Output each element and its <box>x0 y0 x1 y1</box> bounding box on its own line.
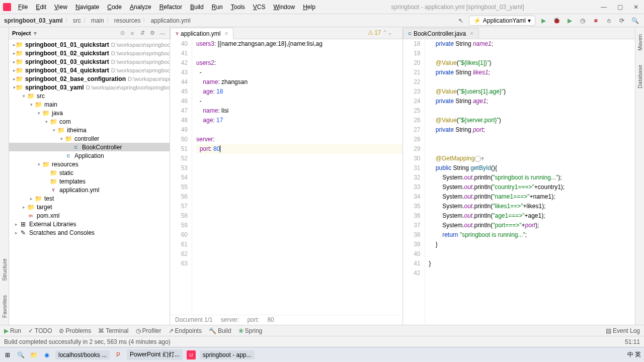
tree-node-src[interactable]: ▾📁src <box>9 92 170 100</box>
tree-node-external-libraries[interactable]: ▸⊞External Libraries <box>9 220 170 228</box>
close-tab-icon[interactable]: × <box>224 30 228 37</box>
build-tool-tab[interactable]: 🔨Build <box>209 327 231 334</box>
tree-node-bookcontroller[interactable]: CBookController <box>9 143 170 151</box>
spring-tool-tab[interactable]: ❀Spring <box>238 327 263 334</box>
taskbar-powerpoint-window[interactable]: PowerPoint 幻灯... <box>127 349 183 360</box>
update-button[interactable]: ⟳ <box>617 16 627 26</box>
maven-tool-button[interactable]: Maven <box>637 32 643 53</box>
run-tool-tab[interactable]: ▶Run <box>4 327 21 334</box>
project-tool-title[interactable]: Project <box>12 30 31 36</box>
todo-tool-tab[interactable]: ✓TODO <box>28 327 52 334</box>
settings-gear-icon[interactable]: ⚙ <box>148 29 156 37</box>
stop-button[interactable]: ■ <box>591 16 601 26</box>
tree-node-springboot-01-02-quickstart[interactable]: ▸📁springboot_01_02_quickstartD:\workspac… <box>9 49 170 57</box>
attach-button[interactable]: ⎋ <box>604 16 614 26</box>
menu-run[interactable]: Run <box>208 2 227 13</box>
tree-node-application[interactable]: CApplication <box>9 151 170 160</box>
inspection-warnings-indicator[interactable]: ⚠ 17 ⌃⌄ <box>368 29 392 36</box>
menu-refactor[interactable]: Refactor <box>155 2 186 13</box>
breadcrumb-segment[interactable]: main <box>91 17 104 24</box>
menu-analyze[interactable]: Analyze <box>126 2 155 13</box>
menu-build[interactable]: Build <box>186 2 208 13</box>
right-line-gutter[interactable]: 1819202122232425262728293031323334353637… <box>403 39 425 325</box>
menu-view[interactable]: View <box>50 2 71 13</box>
right-code-area[interactable]: private String name1; @Value("${likes[1]… <box>425 39 635 325</box>
event-log-tab[interactable]: ▤Event Log <box>606 327 640 334</box>
breadcrumb-segment[interactable]: resources <box>114 17 141 24</box>
minimize-button[interactable]: — <box>596 0 612 14</box>
breadcrumb-segment[interactable]: springboot_03_yaml <box>4 17 63 24</box>
close-window-button[interactable]: ✕ <box>628 0 644 14</box>
close-tab-icon[interactable]: × <box>470 30 473 37</box>
crumb-server[interactable]: server: <box>221 316 239 324</box>
tree-node-com[interactable]: ▾📁com <box>9 117 170 126</box>
menu-navigate[interactable]: Navigate <box>71 2 103 13</box>
menu-file[interactable]: File <box>14 2 32 13</box>
menu-window[interactable]: Window <box>269 2 299 13</box>
breadcrumb-segment[interactable]: src <box>73 17 81 24</box>
tree-node-springboot-02-base-configuration[interactable]: ▸📁springboot_02_base_configurationD:\wor… <box>9 74 170 83</box>
tree-node-springboot-03-yaml[interactable]: ▾📁springboot_03_yamlD:\workspace\springb… <box>9 83 170 92</box>
tree-node-springboot-01-01-quickstart[interactable]: ▸📁springboot_01_01_quickstartD:\workspac… <box>9 40 170 49</box>
tree-node-static[interactable]: 📁static <box>9 168 170 177</box>
tree-node-main[interactable]: ▾📁main <box>9 100 170 109</box>
tree-node-target[interactable]: ▸📁target <box>9 203 170 211</box>
search-everywhere-icon[interactable]: 🔍 <box>630 16 640 26</box>
run-button[interactable]: ▶ <box>538 16 548 26</box>
structure-tool-button[interactable]: Structure <box>2 256 8 283</box>
debug-button[interactable]: 🐞 <box>551 16 561 26</box>
collapse-all-icon[interactable]: ⇵ <box>138 29 146 37</box>
crumb-port[interactable]: port: <box>247 316 259 324</box>
select-opened-icon[interactable]: ⊙ <box>118 29 126 37</box>
caret-position[interactable]: 51:11 <box>625 338 640 345</box>
tree-node-test[interactable]: ▸📁test <box>9 194 170 203</box>
left-code-area[interactable]: users3: [{name:zhangsan,age:18},{name:li… <box>192 39 403 315</box>
menu-edit[interactable]: Edit <box>32 2 50 13</box>
profiler-tool-tab[interactable]: ◷Profiler <box>136 327 162 334</box>
start-button[interactable]: ⊞ <box>3 350 12 359</box>
breadcrumb-segment[interactable]: application.yml <box>150 17 190 24</box>
tree-node-springboot-01-04-quickstart[interactable]: ▸📁springboot_01_04_quickstartD:\workspac… <box>9 66 170 74</box>
problems-tool-tab[interactable]: ⊘Problems <box>59 327 91 334</box>
explorer-icon[interactable]: 📁 <box>29 350 38 359</box>
chevron-down-icon[interactable]: ▾ <box>34 30 37 37</box>
browser-icon[interactable]: ◉ <box>42 350 51 359</box>
tree-node-scratches-and-consoles[interactable]: ▸✎Scratches and Consoles <box>9 228 170 237</box>
coverage-button[interactable]: ▶ <box>565 16 575 26</box>
tab-application-yml[interactable]: Y application.yml × <box>170 28 233 39</box>
tree-node-resources[interactable]: ▾📁resources <box>9 160 170 168</box>
menu-tools[interactable]: Tools <box>227 2 249 13</box>
project-tree[interactable]: ▸📁springboot_01_01_quickstartD:\workspac… <box>9 39 170 325</box>
endpoints-tool-tab[interactable]: ↗Endpoints <box>169 327 202 334</box>
tab-label: application.yml <box>181 30 220 37</box>
terminal-tool-tab[interactable]: ⌘Terminal <box>98 327 128 334</box>
taskbar-ide-window[interactable]: springboot - app... <box>200 350 255 359</box>
taskbar-browser-window[interactable]: localhost/books ... <box>55 350 110 359</box>
maximize-button[interactable]: ▢ <box>612 0 628 14</box>
profiler-button[interactable]: ◷ <box>578 16 588 26</box>
chevron-down-icon: ▾ <box>528 17 531 24</box>
menu-vcs[interactable]: VCS <box>249 2 270 13</box>
tab-bookcontroller-java[interactable]: C BookController.java × <box>403 28 479 39</box>
tree-node-itheima[interactable]: ▾📁itheima <box>9 126 170 134</box>
tree-node-templates[interactable]: 📁templates <box>9 177 170 186</box>
intellij-icon[interactable]: IJ <box>187 350 196 359</box>
powerpoint-icon[interactable]: P <box>114 350 123 359</box>
expand-all-icon[interactable]: ≡ <box>128 29 136 37</box>
tree-node-application-yml[interactable]: Yapplication.yml <box>9 186 170 194</box>
hide-icon[interactable]: — <box>158 29 167 37</box>
back-arrow-icon[interactable]: ↖ <box>456 16 466 26</box>
tree-node-pom-xml[interactable]: mpom.xml <box>9 211 170 220</box>
database-tool-button[interactable]: Database <box>637 63 643 90</box>
tree-node-controller[interactable]: ▾📁controller <box>9 134 170 143</box>
favorites-tool-button[interactable]: Favorites <box>2 293 8 320</box>
tree-node-java[interactable]: ▾📁java <box>9 109 170 117</box>
tree-node-springboot-01-03-quickstart[interactable]: ▸📁springboot_01_03_quickstartD:\workspac… <box>9 57 170 66</box>
left-line-gutter[interactable]: 4041424344454647484950515253545556575859… <box>170 39 192 315</box>
menu-help[interactable]: Help <box>299 2 319 13</box>
search-taskbar-icon[interactable]: 🔍 <box>16 350 25 359</box>
ime-indicator[interactable]: 中 英 <box>627 350 641 359</box>
menu-code[interactable]: Code <box>103 2 126 13</box>
crumb-value[interactable]: 80 <box>267 316 274 324</box>
run-configuration-selector[interactable]: ⚡ ApplicationYaml ▾ <box>469 16 535 26</box>
